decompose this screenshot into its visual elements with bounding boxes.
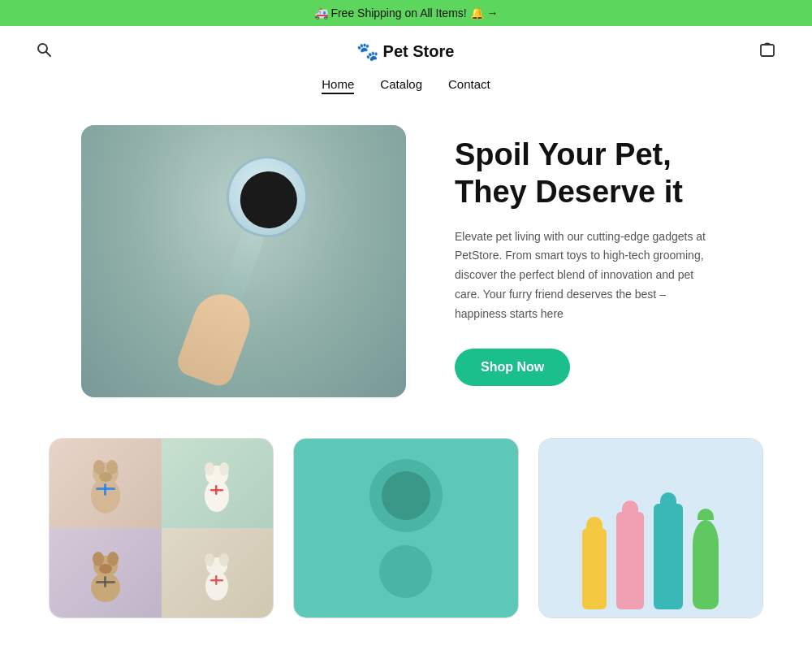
main-nav: Home Catalog Contact: [0, 77, 812, 106]
svg-point-12: [205, 462, 214, 475]
svg-point-18: [93, 552, 104, 566]
dog-img-4: [162, 528, 274, 618]
bottle-yellow: [582, 517, 607, 609]
shop-now-button[interactable]: Shop Now: [455, 349, 570, 386]
hero-title: Spoil Your Pet, They Deserve it: [455, 136, 747, 210]
cart-button[interactable]: [755, 37, 780, 66]
svg-rect-2: [761, 45, 774, 56]
brush-large: [369, 459, 443, 532]
svg-rect-22: [104, 576, 106, 587]
svg-point-26: [219, 553, 229, 566]
banner-text: 🚑 Free Shipping on All Items! 🔔 →: [314, 6, 499, 20]
brush-image: [294, 439, 517, 618]
bottle-pink: [616, 500, 644, 609]
svg-rect-15: [215, 485, 218, 495]
products-section: [0, 430, 812, 650]
hero-content: Spoil Your Pet, They Deserve it Elevate …: [455, 136, 747, 385]
svg-point-13: [219, 462, 229, 475]
dog-img-1: [50, 439, 162, 528]
bottle-teal: [654, 492, 683, 609]
svg-rect-9: [104, 483, 106, 496]
bottles-image: [539, 439, 762, 618]
svg-point-20: [99, 564, 112, 574]
svg-point-25: [205, 553, 214, 566]
product-card-brush[interactable]: [293, 438, 518, 618]
header: 🐾 Pet Store: [0, 26, 812, 77]
nav-contact[interactable]: Contact: [448, 77, 490, 94]
search-button[interactable]: [32, 38, 55, 65]
logo-text: Pet Store: [383, 42, 455, 61]
brush-small: [379, 545, 432, 598]
hero-section: Spoil Your Pet, They Deserve it Elevate …: [0, 106, 812, 430]
nav-catalog[interactable]: Catalog: [380, 77, 422, 94]
brush-visual: [168, 145, 319, 379]
hero-description: Elevate pet living with our cutting-edge…: [455, 228, 715, 324]
svg-rect-28: [215, 575, 218, 585]
paw-icon: 🐾: [356, 41, 378, 63]
nav-home[interactable]: Home: [322, 77, 354, 94]
top-banner: 🚑 Free Shipping on All Items! 🔔 →: [0, 0, 812, 26]
harness-image: [50, 439, 273, 618]
hero-image: [81, 125, 406, 397]
product-card-bottles[interactable]: [538, 438, 763, 618]
svg-line-1: [46, 52, 50, 56]
bottle-green: [693, 509, 719, 609]
product-card-harness[interactable]: [49, 438, 274, 618]
dog-img-2: [162, 439, 274, 528]
site-logo: 🐾 Pet Store: [356, 41, 455, 63]
svg-point-5: [93, 460, 105, 474]
svg-point-6: [106, 460, 118, 474]
svg-point-7: [99, 472, 112, 482]
dog-img-3: [50, 528, 162, 618]
svg-point-19: [107, 552, 119, 566]
